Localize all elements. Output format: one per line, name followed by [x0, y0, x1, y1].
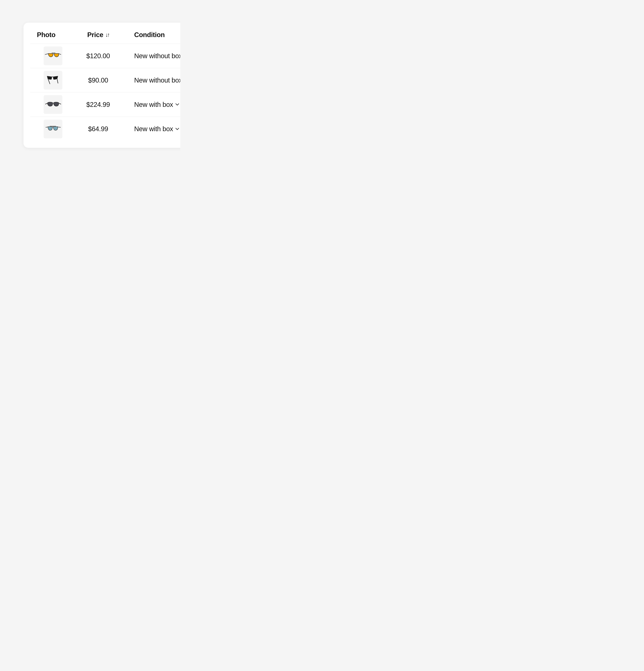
svg-line-7: [45, 103, 48, 104]
photo-cell: [30, 95, 74, 114]
product-thumbnail[interactable]: [43, 95, 62, 114]
table-row: $64.99 New with box: [30, 117, 180, 141]
condition-cell[interactable]: New without box: [123, 76, 180, 84]
price-cell: $120.00: [74, 52, 123, 60]
condition-cell[interactable]: New with box: [123, 101, 180, 109]
price-cell: $90.00: [74, 76, 123, 84]
column-header-price[interactable]: Price ↓↑: [74, 31, 123, 39]
condition-label: New with box: [134, 125, 173, 133]
product-thumbnail[interactable]: [43, 71, 62, 90]
condition-label: New without box: [134, 52, 180, 60]
sunglasses-icon: [44, 100, 61, 109]
listings-card: Photo Price ↓↑ Condition: [24, 23, 180, 148]
svg-line-6: [57, 79, 58, 84]
svg-line-3: [59, 54, 61, 54]
column-header-photo[interactable]: Photo: [30, 31, 74, 39]
price-cell: $64.99: [74, 125, 123, 133]
condition-cell[interactable]: New with box: [123, 125, 180, 133]
photo-cell: [30, 47, 74, 65]
sunglasses-icon: [44, 74, 61, 86]
photo-cell: [30, 71, 74, 90]
sunglasses-icon: [44, 124, 61, 134]
chevron-down-icon: [176, 128, 179, 130]
table-header-row: Photo Price ↓↑ Condition: [30, 31, 180, 44]
sunglasses-icon: [44, 51, 61, 61]
photo-cell: [30, 119, 74, 138]
table-row: $120.00 New without box: [30, 44, 180, 68]
chevron-down-icon: [176, 103, 179, 106]
svg-line-13: [58, 127, 61, 127]
table-row: $90.00 New without box: [30, 68, 180, 92]
price-cell: $224.99: [74, 101, 123, 109]
listings-table: Photo Price ↓↑ Condition: [24, 31, 180, 141]
condition-label: New with box: [134, 101, 173, 109]
column-header-price-label: Price: [87, 31, 103, 39]
sort-icon: ↓↑: [105, 31, 109, 38]
product-thumbnail[interactable]: [43, 119, 62, 138]
table-row: $224.99 New with box: [30, 92, 180, 117]
column-header-condition[interactable]: Condition: [123, 31, 180, 39]
condition-cell[interactable]: New without box: [123, 52, 180, 60]
svg-line-9: [59, 103, 61, 104]
condition-label: New without box: [134, 76, 180, 84]
svg-line-10: [46, 127, 48, 127]
product-thumbnail[interactable]: [43, 47, 62, 65]
svg-line-0: [45, 54, 48, 54]
